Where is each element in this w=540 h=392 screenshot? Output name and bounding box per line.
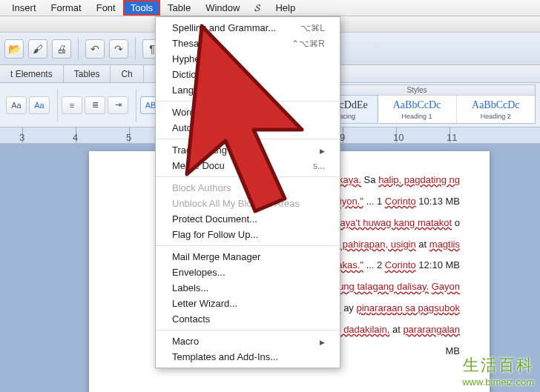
ruler-number: 5 bbox=[126, 132, 131, 143]
menu-item-label: Unblock All My Blocked Areas bbox=[172, 198, 300, 209]
highlight-button[interactable]: Aa bbox=[29, 96, 50, 114]
open-button[interactable]: 📂 bbox=[4, 39, 24, 59]
menu-item-label: Labels... bbox=[172, 282, 208, 293]
ruler-number: 11 bbox=[447, 132, 457, 143]
ruler-number: 3 bbox=[19, 132, 24, 143]
redo-button[interactable]: ↷ bbox=[109, 39, 128, 59]
style-name: Heading 2 bbox=[481, 113, 511, 120]
menu-item-labels[interactable]: Labels... bbox=[156, 280, 340, 296]
menu-item-label: Protect Document... bbox=[172, 213, 257, 225]
menu-item-label: Letter Wizard... bbox=[172, 298, 237, 309]
tools-menu: Spelling and Grammar...⌥⌘LThesau⌃⌥⌘RHyph… bbox=[155, 16, 340, 368]
paragraph-group: ≡ ≣ ⇥ bbox=[62, 89, 136, 122]
menu-item-word-cour[interactable]: Word Cour bbox=[156, 104, 340, 120]
menu-help[interactable]: Help bbox=[268, 0, 303, 16]
menu-separator bbox=[156, 139, 340, 139]
list-button[interactable]: ≡ bbox=[62, 96, 82, 114]
menu-item-label: Block Authors bbox=[172, 182, 231, 193]
menu-insert[interactable]: Insert bbox=[4, 0, 44, 16]
menu-item-label: Track Chang bbox=[172, 144, 227, 156]
ruler-number: 10 bbox=[393, 132, 404, 143]
menu-item-hyphen[interactable]: Hyphen bbox=[156, 51, 340, 67]
menu-item-label: Templates and Add-Ins... bbox=[172, 351, 278, 362]
menu-item-language[interactable]: Language bbox=[156, 82, 340, 98]
menu-tools[interactable]: Tools bbox=[123, 0, 160, 16]
menu-item-label: Contacts bbox=[172, 313, 210, 325]
ruler-number: 4 bbox=[73, 132, 78, 143]
ribbon-tab[interactable]: t Elements bbox=[0, 65, 64, 82]
ruler-number: 9 bbox=[340, 132, 345, 143]
menu-item-dictiona[interactable]: Dictiona bbox=[156, 67, 340, 82]
menu-item-label: Word Cour bbox=[172, 107, 219, 118]
style-name: Heading 1 bbox=[401, 113, 432, 120]
menu-item-macro[interactable]: Macro bbox=[156, 333, 340, 349]
menu-item-flag-for-follow-up[interactable]: Flag for Follow Up... bbox=[156, 227, 340, 242]
menubar: InsertFormatFontToolsTableWindow𝓢Help bbox=[0, 0, 540, 16]
watermark: 生活百科 www.bimeiz.com bbox=[462, 354, 534, 388]
menu-item-letter-wizard[interactable]: Letter Wizard... bbox=[156, 296, 340, 311]
menu-window[interactable]: Window bbox=[198, 0, 247, 16]
ribbon-tab[interactable]: Tables bbox=[64, 65, 111, 82]
menu-item-label: AutoCorrec bbox=[172, 122, 221, 133]
menu-item-merge-docu[interactable]: Merge Docus... bbox=[156, 158, 340, 173]
menu-shortcut: ⌥⌘L bbox=[300, 23, 325, 33]
watermark-text: 生活百科 bbox=[462, 354, 534, 376]
menu-separator bbox=[156, 330, 340, 330]
ribbon-tab[interactable]: Ch bbox=[111, 65, 143, 82]
watermark-url: www.bimeiz.com bbox=[462, 376, 534, 388]
menu-item-thesau[interactable]: Thesau⌃⌥⌘R bbox=[156, 36, 340, 51]
menu-shortcut: s... bbox=[313, 161, 325, 171]
menu-table[interactable]: Table bbox=[160, 0, 198, 16]
menu-item-templates-and-add-ins[interactable]: Templates and Add-Ins... bbox=[156, 349, 340, 365]
style-card[interactable]: AaBbCcDcHeading 1 bbox=[378, 96, 456, 123]
menu-separator bbox=[156, 245, 340, 246]
menu-font[interactable]: Font bbox=[89, 0, 123, 16]
submenu-arrow-icon bbox=[314, 336, 325, 347]
undo-button[interactable]: ↶ bbox=[85, 39, 105, 59]
menu-script[interactable]: 𝓢 bbox=[247, 0, 268, 16]
menu-item-label: Merge Docu bbox=[172, 160, 225, 171]
menu-item-unblock-all-my-blocked-areas: Unblock All My Blocked Areas bbox=[156, 196, 340, 211]
menu-format[interactable]: Format bbox=[44, 0, 89, 16]
menu-item-label: Spelling and Grammar... bbox=[172, 22, 276, 33]
menu-separator bbox=[156, 101, 340, 102]
menu-separator bbox=[156, 176, 340, 177]
menu-item-envelopes[interactable]: Envelopes... bbox=[156, 265, 340, 280]
menu-item-mail-merge-manager[interactable]: Mail Merge Manager bbox=[156, 249, 340, 265]
menu-item-label: Hyphen bbox=[172, 53, 205, 64]
save-button[interactable]: 🖌 bbox=[28, 39, 47, 59]
menu-item-block-authors: Block Authors bbox=[156, 180, 340, 196]
separator bbox=[135, 38, 136, 60]
indent-button[interactable]: ⇥ bbox=[108, 96, 128, 114]
numbering-button[interactable]: ≣ bbox=[85, 96, 105, 114]
menu-item-autocorrec[interactable]: AutoCorrec bbox=[156, 120, 340, 136]
menu-item-label: Dictiona bbox=[172, 69, 207, 80]
menu-shortcut: ⌃⌥⌘R bbox=[292, 39, 325, 49]
style-preview: AaBbCcDc bbox=[393, 99, 441, 111]
style-card[interactable]: AaBbCcDcHeading 2 bbox=[457, 96, 535, 123]
menu-item-track-chang[interactable]: Track Chang bbox=[156, 142, 340, 158]
menu-item-label: Envelopes... bbox=[172, 267, 225, 278]
menu-item-label: Language bbox=[172, 84, 215, 96]
menu-item-label: Thesau bbox=[172, 38, 204, 49]
menu-item-contacts[interactable]: Contacts bbox=[156, 311, 340, 327]
print-button[interactable]: 🖨 bbox=[52, 39, 71, 59]
menu-item-spelling-and-grammar[interactable]: Spelling and Grammar...⌥⌘L bbox=[156, 20, 340, 36]
menu-item-label: Flag for Follow Up... bbox=[172, 229, 258, 240]
style-preview: AaBbCcDc bbox=[472, 99, 520, 111]
font-case-button[interactable]: Aa bbox=[6, 96, 27, 114]
font-group: Aa Aa bbox=[6, 89, 58, 122]
menu-item-protect-document[interactable]: Protect Document... bbox=[156, 211, 340, 227]
menu-item-label: Macro bbox=[172, 336, 199, 347]
menu-item-label: Mail Merge Manager bbox=[172, 251, 260, 262]
submenu-arrow-icon bbox=[314, 144, 325, 156]
separator bbox=[78, 38, 79, 60]
